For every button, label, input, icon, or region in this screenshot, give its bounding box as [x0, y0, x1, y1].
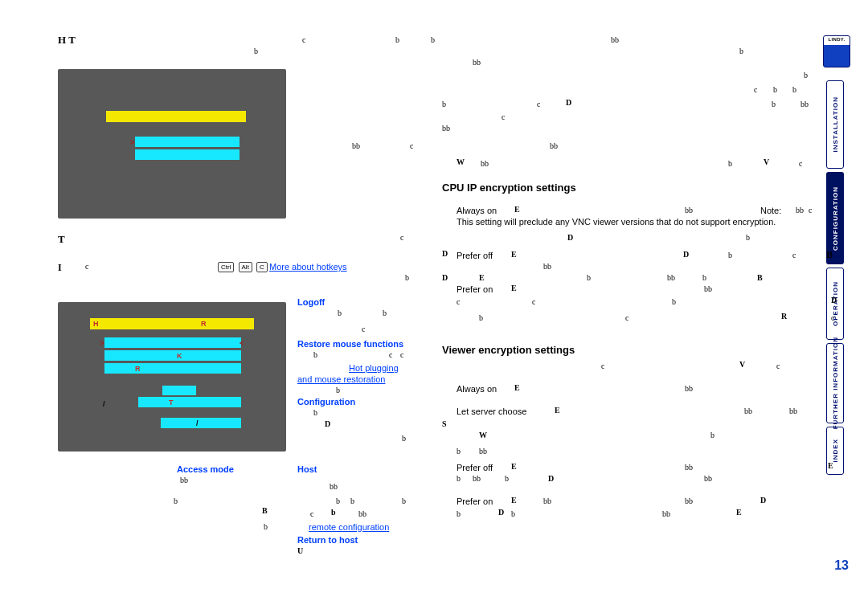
stray-glyph: bb: [358, 509, 366, 518]
stray-glyph: b: [792, 85, 796, 94]
menu-return-to-host: Return to host: [297, 535, 358, 546]
stray-glyph: b: [254, 47, 258, 55]
brand-logo: [823, 35, 850, 67]
stray-glyph: bb: [667, 273, 675, 282]
stray-glyph: bb: [611, 35, 619, 44]
stray-glyph: D: [442, 249, 448, 258]
stray-glyph: b: [702, 273, 706, 282]
stray-glyph: bb: [800, 100, 809, 108]
stray-glyph: bb: [330, 482, 338, 491]
tab-installation[interactable]: INSTALLATION: [826, 80, 844, 169]
stray-glyph: E: [555, 406, 560, 415]
stray-glyph: bb: [442, 124, 450, 133]
stray-glyph: c: [532, 297, 535, 306]
stray-glyph: c: [457, 297, 460, 306]
cpu-always-on-label: Always on: [457, 206, 497, 217]
stray-glyph: b: [505, 474, 509, 483]
stray-glyph: D: [442, 273, 448, 282]
stray-glyph: bb: [789, 407, 797, 415]
cpu-ip-encryption-heading: CPU IP encryption settings: [442, 182, 576, 194]
stray-glyph: c: [831, 313, 834, 322]
mouse-restoration-link[interactable]: and mouse restoration: [297, 374, 385, 386]
more-about-hotkeys-link[interactable]: More about hotkeys: [269, 262, 347, 273]
stray-glyph: b: [710, 431, 714, 439]
stray-glyph: bb: [685, 463, 693, 472]
hot-plugging-link[interactable]: Hot plugging: [349, 363, 399, 374]
side-nav: INSTALLATION CONFIGURATION OPERATION FUR…: [826, 80, 849, 478]
stray-glyph: b: [442, 100, 446, 108]
stray-glyph: c: [310, 509, 313, 518]
stray-glyph: bb: [704, 474, 712, 483]
stray-glyph: bb: [479, 447, 487, 456]
stray-glyph: D: [325, 419, 330, 428]
stray-glyph: bb: [685, 497, 693, 505]
stray-glyph: c: [799, 159, 802, 168]
stray-glyph: B: [262, 506, 268, 515]
stray-glyph: c: [625, 313, 628, 322]
stray-glyph: c: [389, 350, 392, 359]
stray-glyph: b: [336, 386, 340, 394]
stray-glyph: bb: [180, 476, 188, 484]
viewer-always-on-label: Always on: [457, 384, 497, 395]
stray-glyph: b: [511, 509, 515, 518]
stray-glyph: b: [336, 497, 340, 505]
viewer-let-server-label: Let server choose: [457, 407, 526, 418]
stray-glyph: E: [828, 461, 833, 470]
menu-restore-mouse: Restore mouse functions: [297, 339, 403, 350]
stray-glyph: bb: [744, 407, 752, 415]
stray-glyph: b: [728, 251, 732, 260]
tab-further-info[interactable]: FURTHER INFORMATION: [826, 343, 844, 423]
stray-glyph: b: [739, 47, 743, 55]
stray-glyph: b: [457, 509, 461, 518]
stray-glyph: b: [350, 497, 354, 505]
local-menu-screenshot: H R > < K R / T /: [58, 302, 286, 452]
note-label: Note:: [760, 206, 781, 217]
stray-glyph: V: [764, 157, 769, 166]
stray-glyph: E: [511, 250, 517, 259]
stray-glyph: B: [826, 249, 833, 261]
stray-glyph: b: [746, 233, 750, 242]
stray-glyph: bb: [685, 206, 693, 215]
stray-glyph: c: [85, 262, 88, 271]
stray-glyph: b: [479, 313, 483, 322]
stray-glyph: c: [362, 325, 365, 333]
viewer-prefer-off-label: Prefer off: [457, 463, 493, 474]
stray-glyph: bb: [662, 509, 670, 518]
stray-glyph: c: [502, 112, 505, 121]
stray-glyph: b: [313, 350, 317, 359]
stray-glyph: bb: [550, 141, 558, 150]
local-login-screenshot: >: [58, 69, 286, 219]
stray-glyph: b: [264, 522, 268, 531]
stray-glyph: bb: [796, 206, 804, 215]
stray-glyph: E: [514, 383, 520, 392]
viewer-prefer-on-label: Prefer on: [457, 497, 493, 508]
stray-glyph: E: [511, 462, 517, 471]
stray-glyph: c: [809, 206, 812, 215]
stray-glyph: S: [442, 419, 447, 428]
stray-glyph: b: [313, 408, 317, 417]
stray-glyph: E: [514, 205, 520, 214]
remote-config-link[interactable]: remote configuration: [309, 522, 389, 533]
stray-glyph: D: [498, 508, 504, 517]
stray-glyph: b: [338, 309, 342, 317]
stray-glyph: b: [773, 85, 777, 94]
stray-glyph: U: [297, 546, 303, 555]
stray-glyph: c: [754, 85, 757, 94]
hotkey-sequence: Ctrl Alt C: [217, 261, 268, 272]
stray-glyph: b: [174, 497, 178, 505]
stray-glyph: b: [431, 35, 435, 44]
stray-glyph: c: [601, 362, 604, 370]
stray-glyph: bb: [685, 384, 693, 393]
stray-glyph: bb: [704, 284, 712, 293]
stray-glyph: b: [772, 100, 776, 108]
stray-glyph: b: [804, 71, 808, 80]
stray-glyph: bb: [473, 58, 481, 67]
stray-glyph: b: [457, 447, 461, 456]
cpu-always-on-note: This setting will preclude any VNC viewe…: [457, 217, 810, 228]
stray-glyph: D: [831, 296, 837, 304]
page-number: 13: [834, 558, 849, 573]
stray-glyph: bb: [481, 159, 489, 168]
menu-access-mode: Access mode: [177, 464, 234, 476]
stray-glyph: R: [781, 312, 787, 321]
stray-glyph: E: [479, 273, 485, 282]
